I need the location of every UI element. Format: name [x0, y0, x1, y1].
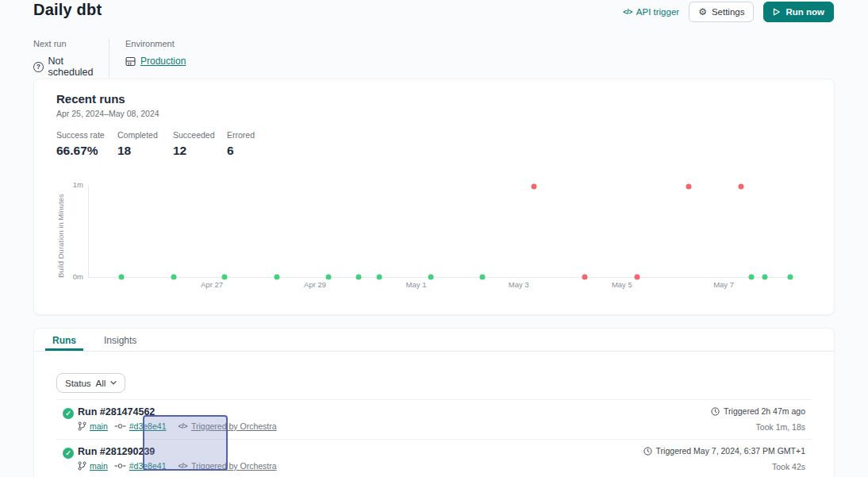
x-axis-tick: May 3 [509, 280, 529, 289]
check-circle-icon: ✓ [63, 448, 74, 459]
run-dot-succeeded[interactable] [222, 275, 228, 280]
y-axis-tick: 1m [64, 180, 83, 189]
run-dot-succeeded[interactable] [377, 275, 382, 280]
meta-divider [109, 39, 109, 78]
clock-icon [643, 447, 652, 456]
x-axis-tick: May 5 [612, 280, 632, 289]
environment-link[interactable]: Production [140, 56, 186, 67]
stat-completed: Completed 18 [117, 130, 158, 158]
run-dot-succeeded[interactable] [762, 275, 767, 280]
stat-success-rate: Success rate 66.67% [56, 130, 105, 158]
clock-icon [711, 407, 720, 416]
run-dot-succeeded[interactable] [787, 275, 793, 280]
status-filter-label: Status [65, 379, 91, 388]
x-axis-tick: Apr 29 [304, 280, 326, 289]
code-icon: </> [178, 422, 187, 430]
git-branch-icon [78, 461, 86, 471]
recent-runs-date-range: Apr 25, 2024–May 08, 2024 [56, 109, 159, 118]
run-row[interactable]: ✓ Run #281290239 main #d3e8e41 </> [56, 439, 812, 477]
git-branch-icon [78, 421, 86, 431]
gear-icon: ⚙ [698, 7, 707, 17]
branch-link[interactable]: main [90, 461, 108, 471]
recent-runs-title: Recent runs [56, 92, 125, 106]
run-duration: Took 1m, 18s [756, 422, 805, 432]
api-trigger-label: API trigger [636, 7, 679, 17]
settings-label: Settings [712, 7, 745, 17]
run-dot-errored[interactable] [686, 184, 692, 190]
run-sub-row: main #d3e8e41 </> Triggered by Orchestra [78, 461, 277, 471]
page-title: Daily dbt [33, 1, 102, 19]
run-triggered-time: Triggered May 7, 2024, 6:37 PM GMT+1 [643, 446, 805, 456]
chart-y-axis-label: Build Duration in Minutes [56, 185, 65, 278]
run-dot-errored[interactable] [634, 275, 639, 280]
recent-runs-card: Recent runs Apr 25, 2024–May 08, 2024 Su… [33, 79, 835, 315]
trigger-source-chip: </> Triggered by Orchestra [178, 421, 276, 431]
run-dot-succeeded[interactable] [275, 275, 280, 280]
run-title[interactable]: Run #281290239 [78, 446, 155, 457]
status-filter[interactable]: Status All [56, 373, 125, 393]
tab-insights[interactable]: Insights [97, 329, 144, 351]
run-duration: Took 42s [772, 462, 805, 471]
check-circle-icon: ✓ [63, 408, 74, 419]
run-row[interactable]: ✓ Run #281474562 main #d3e8e41 </> [56, 399, 812, 439]
commit-link[interactable]: #d3e8e41 [129, 461, 167, 471]
commit-icon [114, 423, 126, 429]
stat-succeeded: Succeeded 12 [173, 130, 215, 158]
play-icon [773, 8, 781, 16]
run-dot-errored[interactable] [738, 184, 743, 190]
x-axis-tick: May 1 [406, 280, 427, 289]
tab-bar: Runs Insights [34, 329, 834, 352]
job-meta: Next run ? Not scheduled Environment Pro… [33, 39, 186, 78]
run-now-label: Run now [785, 7, 824, 17]
x-axis-tick: Apr 27 [201, 280, 223, 289]
chevron-down-icon [110, 381, 117, 385]
run-dot-errored[interactable] [582, 275, 588, 280]
run-dot-succeeded[interactable] [326, 275, 332, 280]
commit-link[interactable]: #d3e8e41 [129, 421, 167, 431]
y-axis-tick: 0m [64, 272, 83, 281]
code-icon: </> [178, 462, 187, 470]
runs-card: Runs Insights Status All ✓ Run #28147456… [33, 328, 835, 477]
trigger-source-chip: </> Triggered by Orchestra [178, 461, 276, 471]
database-icon [125, 56, 136, 67]
run-dot-succeeded[interactable] [428, 275, 434, 280]
header-actions: </> API trigger ⚙ Settings Run now [623, 1, 834, 22]
tab-runs[interactable]: Runs [45, 329, 83, 351]
branch-link[interactable]: main [90, 421, 108, 431]
environment-label: Environment [125, 39, 186, 48]
environment-block: Environment Production [125, 39, 186, 78]
chart-plot: Apr 27Apr 29May 1May 3May 5May 7 [88, 185, 796, 278]
job-page: Daily dbt </> API trigger ⚙ Settings Run… [0, 0, 868, 477]
run-dot-errored[interactable] [532, 184, 537, 190]
api-trigger-link[interactable]: </> API trigger [623, 7, 679, 17]
trigger-source-link[interactable]: Triggered by Orchestra [191, 461, 277, 471]
run-dot-succeeded[interactable] [356, 275, 362, 280]
run-dot-succeeded[interactable] [748, 275, 754, 280]
run-dot-succeeded[interactable] [118, 275, 124, 280]
next-run-block: Next run ? Not scheduled [33, 39, 109, 78]
run-dot-succeeded[interactable] [480, 275, 486, 280]
settings-button[interactable]: ⚙ Settings [689, 2, 754, 22]
stat-errored: Errored 6 [227, 130, 255, 158]
run-dot-succeeded[interactable] [171, 275, 176, 280]
run-title[interactable]: Run #281474562 [78, 406, 155, 417]
code-icon: </> [623, 8, 632, 16]
help-circle-icon: ? [33, 62, 44, 72]
commit-icon [114, 463, 126, 469]
run-sub-row: main #d3e8e41 </> Triggered by Orchestra [78, 421, 277, 431]
run-triggered-time: Triggered 2h 47m ago [711, 406, 805, 416]
status-filter-value: All [96, 379, 106, 388]
run-now-button[interactable]: Run now [763, 2, 834, 22]
trigger-source-link[interactable]: Triggered by Orchestra [191, 421, 277, 431]
next-run-value: Not scheduled [48, 56, 109, 78]
x-axis-tick: May 7 [713, 280, 734, 289]
next-run-label: Next run [33, 39, 109, 48]
